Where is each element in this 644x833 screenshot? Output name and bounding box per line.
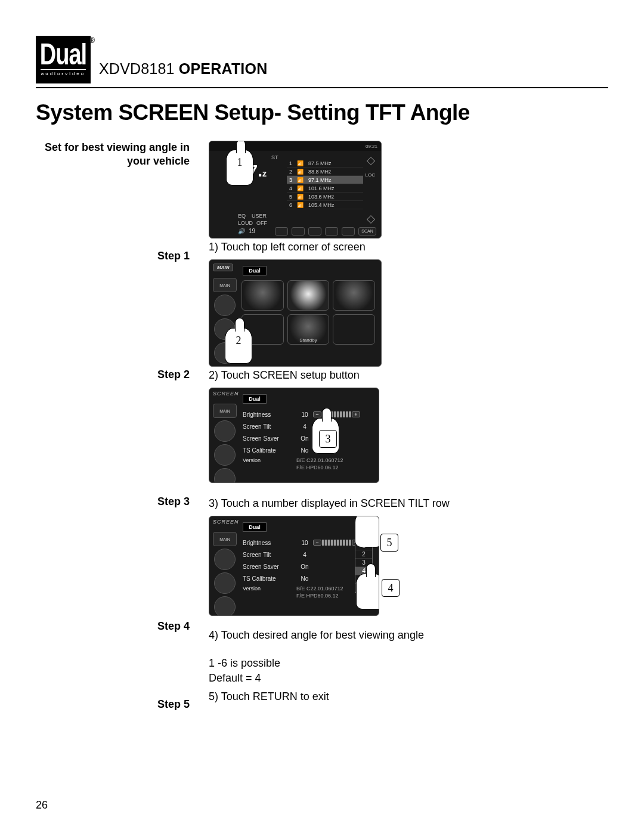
range-note: 1 -6 is possible <box>209 657 566 670</box>
preset-row[interactable]: 1📶87.5 MHz <box>287 159 363 168</box>
step-2-caption: 2) Touch SCREEN setup button <box>209 369 566 382</box>
preset-list: 1📶87.5 MHz 2📶88.8 MHz 3📶97.1 MHz 4📶101.6… <box>287 159 363 209</box>
step-3-label: Step 3 <box>36 496 190 508</box>
next-button[interactable] <box>342 227 355 236</box>
minus-button[interactable]: − <box>313 540 321 546</box>
screen-tilt-row[interactable]: Screen Tilt 4 <box>243 420 371 432</box>
clock: 09:21 <box>366 144 377 149</box>
source-disc[interactable] <box>287 280 330 311</box>
brightness-slider[interactable]: − + <box>313 540 360 546</box>
side-tab-main[interactable]: MAIN <box>213 404 237 418</box>
prev-button[interactable] <box>275 227 288 236</box>
preset-row-selected[interactable]: 3📶97.1 MHz <box>287 176 363 184</box>
source-empty <box>333 314 375 345</box>
side-tab-icon[interactable] <box>214 596 236 616</box>
settings-list: Brightness 10 − + Screen Tilt 4 Screen S… <box>243 537 371 599</box>
screenshot-screen-settings-1: SCREEN Dual MAIN Brightness 10 − + <box>209 388 379 483</box>
page-header: ® Dual audio•video XDVD8181 OPERATION <box>36 36 608 83</box>
step-4-caption: 4) Touch desired angle for best viewing … <box>209 629 566 642</box>
ts-calibrate-row[interactable]: TS Calibrate No <box>243 572 371 584</box>
diamond-icon <box>367 215 375 224</box>
callout-5: 5 <box>380 534 398 552</box>
step-5-caption: 5) Touch RETURN to exit <box>209 690 566 703</box>
callout-1: 1 <box>227 156 253 169</box>
rew-button[interactable] <box>292 227 305 236</box>
step-1-label: Step 1 <box>36 250 190 262</box>
side-tab-icon[interactable] <box>214 295 236 316</box>
callout-3: 3 <box>319 430 337 448</box>
registered-mark: ® <box>89 36 95 45</box>
preset-row[interactable]: 4📶101.6 MHz <box>287 184 363 193</box>
plus-button[interactable]: + <box>352 411 360 417</box>
step-1-caption: 1) Touch top left corner of screen <box>209 241 566 253</box>
screenshot-tuner: 09:21 FM ST 97.z LOC 1📶87.5 MHz 2📶88.8 M… <box>209 141 382 239</box>
default-note: Default = 4 <box>209 672 566 685</box>
stereo-label: ST <box>271 154 278 160</box>
right-column: 09:21 FM ST 97.z LOC 1📶87.5 MHz 2📶88.8 M… <box>209 141 566 711</box>
side-tabs: MAIN <box>213 532 237 616</box>
screenshot-main-menu: MAIN Dual MAIN Standby 2 <box>209 259 382 367</box>
section-name: OPERATION <box>179 60 268 77</box>
play-button[interactable] <box>308 227 321 236</box>
side-tabs: MAIN <box>213 404 237 483</box>
speaker-icon: 🔊 <box>238 228 245 234</box>
ff-button[interactable] <box>325 227 338 236</box>
screen-title: SCREEN <box>213 391 239 397</box>
left-column: Set for best viewing angle in your vehic… <box>36 141 209 711</box>
screen-tilt-row[interactable]: Screen Tilt 4 <box>243 549 371 561</box>
screen-saver-row[interactable]: Screen Saver On <box>243 432 371 444</box>
side-tab-icon[interactable] <box>214 420 236 442</box>
screen-saver-row[interactable]: Screen Saver On <box>243 561 371 572</box>
side-tab-main[interactable]: MAIN <box>213 532 237 546</box>
screen-title: SCREEN <box>213 519 239 525</box>
settings-list: Brightness 10 − + Screen Tilt 4 Screen S… <box>243 408 371 471</box>
preset-row[interactable]: 5📶103.6 MHz <box>287 193 363 201</box>
source-grid: Standby <box>242 280 375 345</box>
model-number: XDVD8181 <box>99 60 175 77</box>
preset-row[interactable]: 6📶105.4 MHz <box>287 201 363 209</box>
version-row: VersionB/E C22.01.060712 F/E HPD60.06.12 <box>243 457 371 471</box>
page-title: System SCREEN Setup- Setting TFT Angle <box>36 100 608 125</box>
brand-logo: ® Dual audio•video <box>36 36 91 83</box>
minus-button[interactable]: − <box>313 411 321 417</box>
side-tab-main[interactable]: MAIN <box>213 278 237 292</box>
step-5-label: Step 5 <box>36 698 190 711</box>
ts-calibrate-row[interactable]: TS Calibrate No <box>243 444 371 456</box>
preset-row[interactable]: 2📶88.8 MHz <box>287 168 363 176</box>
side-tab-icon[interactable] <box>214 572 236 594</box>
scan-button[interactable]: SCAN <box>358 227 376 236</box>
step-4-label: Step 4 <box>36 620 190 633</box>
intro-text: Set for best viewing angle in your vehic… <box>36 141 190 169</box>
transport-buttons: SCAN <box>275 227 376 236</box>
side-tab-icon[interactable] <box>214 549 236 570</box>
loc-label: LOC <box>366 172 375 178</box>
source-radio[interactable] <box>242 280 284 311</box>
logo-text: Dual <box>40 39 86 69</box>
diamond-icon <box>367 157 375 165</box>
eq-row: EQUSER <box>238 213 267 219</box>
logo-subtext: audio•video <box>41 71 86 76</box>
pointer-hand-icon: 1 <box>226 150 253 185</box>
callout-2: 2 <box>225 335 252 347</box>
tilt-option[interactable]: 2 <box>355 550 372 559</box>
brightness-row[interactable]: Brightness 10 − + <box>243 408 371 420</box>
side-tab-icon[interactable] <box>214 468 236 483</box>
dual-logo-small: Dual <box>243 522 267 532</box>
main-badge: MAIN <box>213 264 233 271</box>
brightness-slider[interactable]: − + <box>313 411 360 417</box>
page-number: 26 <box>36 799 48 812</box>
dual-logo-small: Dual <box>243 266 267 275</box>
callout-4: 4 <box>382 579 400 597</box>
source-standby[interactable]: Standby <box>287 314 330 345</box>
pointer-hand-icon <box>356 574 379 609</box>
step-2-label: Step 2 <box>36 368 190 381</box>
brightness-row[interactable]: Brightness 10 − + <box>243 537 371 549</box>
pointer-hand-icon <box>355 516 379 547</box>
volume-row: 🔊19 <box>238 228 255 234</box>
version-row: VersionB/E C22.01.060712 F/E HPD60.06.12 <box>243 586 371 599</box>
source-aux[interactable] <box>333 280 375 311</box>
side-tab-icon[interactable] <box>214 444 236 466</box>
pointer-hand-icon: 2 <box>225 328 252 364</box>
content-columns: Set for best viewing angle in your vehic… <box>36 141 608 711</box>
loud-row: LOUDOFF <box>238 220 267 226</box>
